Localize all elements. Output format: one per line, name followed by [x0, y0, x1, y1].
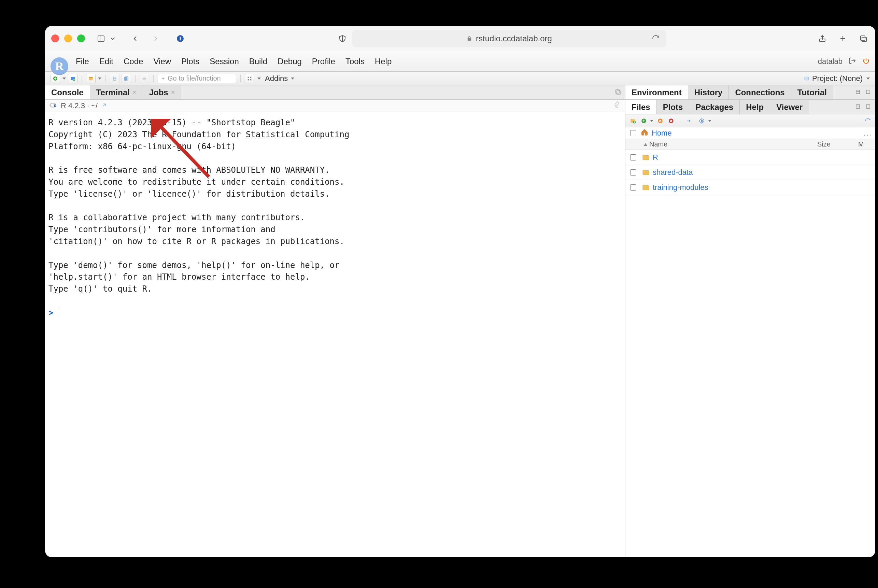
- pane-minimize-icon[interactable]: [855, 89, 861, 96]
- row-checkbox[interactable]: [630, 154, 636, 160]
- signout-icon[interactable]: [849, 57, 856, 66]
- tab-jobs[interactable]: Jobs×: [143, 86, 181, 99]
- goto-file-input[interactable]: Go to file/function: [158, 74, 236, 83]
- power-icon[interactable]: [862, 57, 870, 66]
- file-row[interactable]: shared-data: [625, 165, 875, 180]
- menu-code[interactable]: Code: [124, 57, 143, 66]
- tab-history[interactable]: History: [688, 86, 729, 99]
- project-caret[interactable]: [866, 78, 870, 80]
- console-output[interactable]: R version 4.2.3 (2023-03-15) -- "Shortst…: [45, 112, 625, 557]
- shield-icon[interactable]: [337, 33, 348, 44]
- new-folder-button[interactable]: [629, 117, 637, 125]
- rstudio-logo[interactable]: R: [51, 57, 68, 75]
- open-recent-caret[interactable]: [98, 78, 101, 80]
- more-options-button[interactable]: [698, 117, 706, 125]
- close-icon[interactable]: ×: [132, 88, 136, 96]
- open-file-button[interactable]: [86, 74, 96, 83]
- browser-window: rstudio.ccdatalab.org R File Edit Code V…: [45, 26, 875, 557]
- file-row[interactable]: training-modules: [625, 180, 875, 195]
- url-bar[interactable]: rstudio.ccdatalab.org: [352, 30, 666, 47]
- files-header: Name Size M: [625, 139, 875, 150]
- zoom-window-button[interactable]: [77, 34, 85, 42]
- menu-plots[interactable]: Plots: [181, 57, 199, 66]
- tab-viewer[interactable]: Viewer: [770, 100, 809, 114]
- new-project-button[interactable]: [68, 74, 78, 83]
- grid-caret[interactable]: [258, 78, 261, 80]
- tab-tutorial[interactable]: Tutorial: [791, 86, 833, 99]
- sidebar-toggle-icon[interactable]: [95, 33, 107, 44]
- folder-icon: [640, 184, 651, 190]
- menu-profile[interactable]: Profile: [312, 57, 335, 66]
- env-pane-tabs: Environment History Connections Tutorial: [625, 86, 875, 100]
- onepassword-icon[interactable]: [174, 33, 186, 44]
- project-icon: [804, 76, 809, 81]
- home-icon[interactable]: [641, 128, 648, 138]
- share-icon[interactable]: [817, 33, 828, 44]
- close-window-button[interactable]: [51, 34, 59, 42]
- right-upper-pane: Environment History Connections Tutorial: [625, 86, 875, 100]
- menu-session[interactable]: Session: [210, 57, 238, 66]
- close-icon[interactable]: ×: [171, 88, 175, 96]
- pane-maximize-icon[interactable]: [865, 89, 871, 96]
- col-modified[interactable]: M: [855, 140, 875, 148]
- goto-arrow-icon: [161, 76, 166, 81]
- pane-popout-icon[interactable]: [615, 89, 621, 96]
- select-all-checkbox[interactable]: [630, 130, 636, 136]
- svg-rect-16: [143, 76, 145, 78]
- minimize-window-button[interactable]: [64, 34, 72, 42]
- upload-button[interactable]: [640, 117, 648, 125]
- save-all-button[interactable]: [121, 74, 131, 83]
- project-label[interactable]: Project: (None): [812, 74, 863, 83]
- tab-environment[interactable]: Environment: [625, 86, 688, 99]
- delete-button[interactable]: [656, 117, 664, 125]
- tab-help[interactable]: Help: [740, 100, 770, 114]
- tab-terminal[interactable]: Terminal×: [90, 86, 143, 99]
- col-size[interactable]: Size: [814, 140, 855, 148]
- svg-rect-31: [866, 90, 870, 94]
- menu-tools[interactable]: Tools: [346, 57, 364, 66]
- col-name[interactable]: Name: [640, 140, 814, 148]
- row-checkbox[interactable]: [630, 170, 636, 176]
- tab-plots[interactable]: Plots: [657, 100, 689, 114]
- row-checkbox[interactable]: [630, 184, 636, 190]
- new-file-menu-caret[interactable]: [63, 78, 66, 80]
- file-name[interactable]: R: [651, 153, 814, 162]
- menu-edit[interactable]: Edit: [99, 57, 113, 66]
- file-name[interactable]: training-modules: [651, 183, 814, 192]
- breadcrumb-home[interactable]: Home: [652, 129, 672, 138]
- files-toolbar: [625, 114, 875, 128]
- new-file-button[interactable]: [51, 74, 60, 83]
- file-name[interactable]: shared-data: [651, 168, 814, 177]
- back-button[interactable]: [129, 33, 141, 44]
- menu-file[interactable]: File: [76, 57, 89, 66]
- tab-connections[interactable]: Connections: [729, 86, 791, 99]
- tab-overview-icon[interactable]: [857, 33, 869, 44]
- addins-menu[interactable]: Addins: [265, 74, 294, 83]
- upload-caret[interactable]: [650, 120, 653, 122]
- remove-button[interactable]: [667, 117, 675, 125]
- rename-button[interactable]: [685, 117, 693, 125]
- reload-button[interactable]: [650, 33, 662, 44]
- menu-view[interactable]: View: [153, 57, 171, 66]
- pane-maximize-icon[interactable]: [865, 104, 871, 111]
- tab-packages[interactable]: Packages: [689, 100, 740, 114]
- save-button[interactable]: [110, 74, 120, 83]
- tab-console[interactable]: Console: [45, 86, 90, 99]
- print-button[interactable]: [139, 74, 149, 83]
- refresh-button[interactable]: [864, 117, 872, 125]
- svg-rect-23: [616, 90, 619, 93]
- menu-build[interactable]: Build: [249, 57, 267, 66]
- file-row[interactable]: R: [625, 150, 875, 165]
- menu-help[interactable]: Help: [375, 57, 391, 66]
- menu-debug[interactable]: Debug: [277, 57, 302, 66]
- chevron-down-icon[interactable]: [109, 33, 117, 44]
- new-tab-icon[interactable]: [837, 33, 849, 44]
- tab-files[interactable]: Files: [625, 100, 657, 114]
- breadcrumb-more[interactable]: ...: [864, 129, 872, 138]
- clear-console-icon[interactable]: [613, 101, 621, 111]
- console-popout-icon[interactable]: [101, 101, 107, 110]
- forward-button[interactable]: [150, 33, 162, 44]
- more-caret[interactable]: [708, 120, 712, 122]
- pane-minimize-icon[interactable]: [855, 104, 861, 111]
- grid-button[interactable]: [245, 74, 254, 83]
